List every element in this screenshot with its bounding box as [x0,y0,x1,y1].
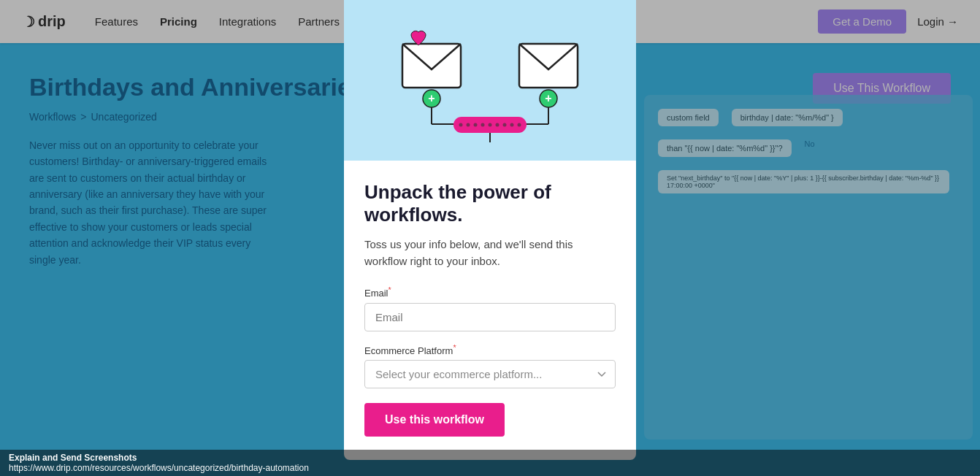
bottom-bar-title: Explain and Send Screenshots [9,453,137,463]
platform-label: Ecommerce Platform* [364,343,616,356]
svg-point-17 [503,123,507,127]
email-input[interactable] [364,303,616,331]
svg-point-11 [459,123,463,127]
bottom-bar: Explain and Send Screenshots https://www… [0,450,980,476]
modal-subtitle: Toss us your info below, and we'll send … [364,237,616,269]
modal-body: Unpack the power of workflows. Toss us y… [344,161,636,460]
svg-text:+: + [428,92,435,104]
bottom-bar-url: https://www.drip.com/resources/workflows… [9,463,309,473]
modal-title: Unpack the power of workflows. [364,181,616,226]
svg-text:+: + [545,92,551,104]
svg-point-13 [474,123,478,127]
modal-overlay[interactable]: + + [0,0,980,476]
svg-point-18 [510,123,514,127]
modal: + + [344,0,636,460]
svg-point-14 [481,123,485,127]
svg-point-19 [518,123,521,127]
email-label: Email* [364,285,616,299]
platform-select[interactable]: Select your ecommerce platform... Shopif… [364,360,616,388]
workflow-illustration-svg: + + [380,7,600,153]
svg-point-16 [496,123,499,127]
svg-point-12 [467,123,470,127]
modal-illustration: + + [344,0,636,161]
submit-workflow-button[interactable]: Use this workflow [364,403,505,437]
svg-point-15 [489,123,492,127]
